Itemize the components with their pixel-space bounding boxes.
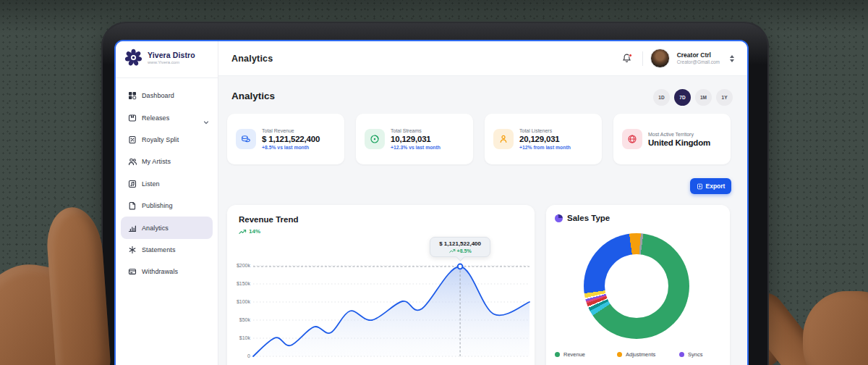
brand-url: www.Yivera.com (148, 60, 195, 64)
stat-value: United Kingdom (648, 138, 710, 147)
legend-item-syncs: Syncs (679, 351, 723, 358)
revenue-trend-title: Revenue Trend (239, 215, 298, 224)
stat-card-most-active-territory: Most Active TerritoryUnited Kingdom (613, 114, 731, 164)
svg-text:$150k: $150k (237, 281, 251, 286)
sales-type-title: Sales Type (567, 214, 610, 222)
sidebar-item-listen[interactable]: Listen (116, 173, 218, 195)
svg-text:$100k: $100k (237, 299, 251, 304)
export-label: Export (706, 182, 726, 190)
stat-card-total-listeners: Total Listeners20,129,031+12% from last … (485, 114, 602, 164)
stat-delta: +12.3% vs last month (391, 145, 441, 150)
sales-type-card: Sales Type RevenueAdjustmentsSyncsStream… (546, 205, 730, 365)
header-divider (642, 51, 643, 66)
user-email: Creator@Gmail.com (677, 59, 720, 65)
tooltip-delta-value: +8.5% (457, 248, 472, 253)
legend-label: Revenue (563, 351, 585, 358)
sidebar-item-label: Listen (142, 180, 160, 188)
sidebar-item-label: Royalty Split (142, 136, 179, 143)
revenue-trend-card: Revenue Trend 14% $200k$150k$100k$50k$10… (227, 205, 535, 365)
app-window: Yivera Distro www.Yivera.com DashboardRe… (114, 40, 749, 365)
svg-text:$10k: $10k (239, 335, 251, 340)
export-button[interactable]: Export (690, 178, 731, 194)
sales-donut-chart (584, 233, 689, 339)
sales-type-header: Sales Type (555, 214, 610, 222)
brand-name: Yivera Distro (148, 51, 195, 59)
section-title: Analytics (231, 91, 275, 101)
tooltip-delta: +8.5% (432, 248, 488, 253)
chart-tooltip: $ 1,121,522,400 +8.5% (430, 237, 490, 257)
sidebar-item-royalty-split[interactable]: Royalty Split (116, 129, 218, 151)
royalty-icon (128, 135, 137, 144)
releases-icon (128, 114, 137, 122)
streams-icon (365, 129, 385, 149)
export-file-icon (697, 183, 703, 190)
time-range-group: 1D7D1M1Y (653, 89, 733, 106)
user-name: Creator Ctrl (677, 51, 720, 59)
sidebar-item-releases[interactable]: Releases (116, 106, 218, 128)
listener-icon (493, 129, 514, 149)
tablet-device: Yivera Distro www.Yivera.com DashboardRe… (101, 22, 769, 365)
range-pill-1y[interactable]: 1Y (716, 89, 733, 106)
donut-legend: RevenueAdjustmentsSyncsStreamsLicensesRi… (555, 351, 723, 365)
notification-dot (629, 54, 632, 57)
svg-text:0: 0 (247, 353, 250, 358)
trend-up-icon (449, 248, 456, 253)
stat-label: Total Listeners (519, 128, 571, 133)
globe-icon (622, 129, 642, 149)
svg-text:$200k: $200k (237, 263, 251, 268)
sidebar-item-label: My Artists (142, 158, 171, 165)
top-header: Analytics Creator Ctrl Creator@Gmail.com (218, 41, 747, 76)
caret-up-icon (730, 55, 734, 58)
brand-logo: Yivera Distro www.Yivera.com (124, 48, 195, 67)
sidebar-item-label: Releases (142, 114, 169, 122)
page-title: Analytics (231, 54, 273, 64)
legend-item-adjustments: Adjustments (617, 351, 679, 358)
stat-delta: +12% from last month (519, 145, 571, 150)
caret-down-icon (730, 59, 734, 62)
range-pill-1d[interactable]: 1D (653, 89, 670, 106)
legend-dot (555, 352, 560, 357)
trend-badge-value: 14% (249, 228, 260, 235)
dashboard-icon (128, 91, 137, 100)
sidebar-item-dashboard[interactable]: Dashboard (116, 85, 218, 106)
stat-cards: Total Revenue$ 1,121,522,400+8.5% vs las… (227, 114, 731, 164)
sidebar-divider (116, 77, 218, 78)
pie-chart-icon (555, 214, 563, 222)
avatar[interactable] (650, 49, 670, 68)
scene-background: Yivera Distro www.Yivera.com DashboardRe… (0, 0, 868, 365)
trend-badge: 14% (239, 228, 260, 235)
coins-icon (236, 129, 256, 149)
user-menu-caret[interactable] (730, 55, 734, 62)
stat-label: Total Revenue (262, 128, 320, 133)
chevron-down-icon (203, 115, 209, 121)
stat-delta: +8.5% vs last month (262, 145, 320, 150)
stat-label: Most Active Territory (648, 132, 710, 137)
stat-card-total-revenue: Total Revenue$ 1,121,522,400+8.5% vs las… (227, 114, 344, 164)
svg-text:$50k: $50k (239, 317, 251, 322)
range-pill-7d[interactable]: 7D (674, 89, 691, 106)
revenue-line-chart: $200k$150k$100k$50k$10k0 (227, 205, 535, 365)
legend-item-revenue: Revenue (555, 351, 617, 358)
stat-value: $ 1,121,522,400 (262, 135, 320, 143)
legend-dot (679, 352, 684, 357)
main-content: Analytics 1D7D1M1Y Total Revenue$ 1,121,… (218, 76, 747, 365)
stat-card-total-streams: Total Streams10,129,031+12.3% vs last mo… (356, 114, 473, 164)
right-hand-palm (803, 291, 868, 365)
range-pill-1m[interactable]: 1M (695, 89, 712, 106)
sidebar-item-label: Dashboard (142, 92, 174, 99)
stat-value: 10,129,031 (391, 135, 441, 143)
left-hand-thumb (45, 206, 112, 365)
user-menu[interactable]: Creator Ctrl Creator@Gmail.com (677, 51, 720, 65)
listen-icon (128, 180, 137, 188)
trend-up-icon (239, 229, 247, 235)
artists-icon (128, 157, 137, 166)
pinwheel-logo-icon (124, 48, 143, 67)
notification-bell-button[interactable] (619, 51, 635, 67)
sidebar-item-my-artists[interactable]: My Artists (116, 151, 218, 172)
legend-label: Syncs (688, 351, 702, 358)
stat-label: Total Streams (391, 128, 441, 133)
tooltip-value: $ 1,121,522,400 (432, 240, 488, 247)
stat-value: 20,129,031 (519, 135, 571, 143)
left-hand (0, 201, 149, 365)
legend-label: Adjustments (626, 351, 655, 358)
